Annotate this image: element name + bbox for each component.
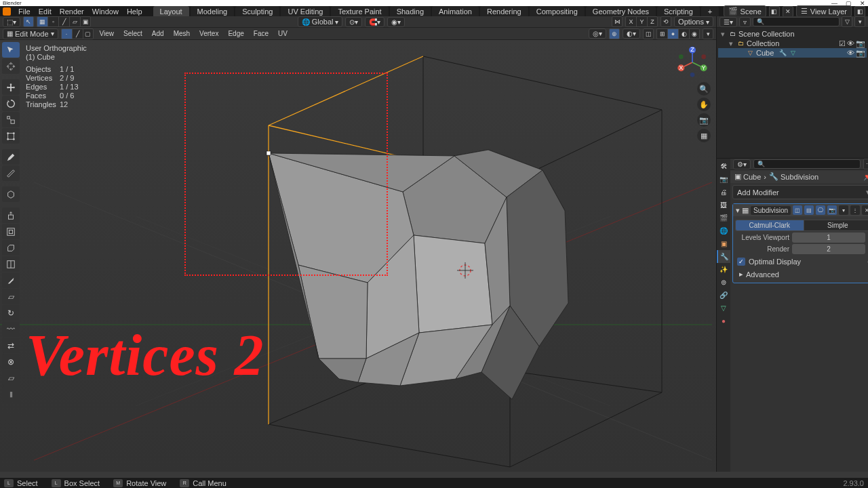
tool-rotate[interactable] — [2, 96, 20, 111]
tab-modeling[interactable]: Modeling — [191, 6, 235, 17]
exclude-checkbox-icon[interactable]: ☑ — [839, 39, 846, 48]
tool-edge-slide[interactable]: ⇄ — [2, 338, 20, 353]
ptab-modifier[interactable]: 🔧 — [717, 250, 730, 263]
wireframe-shading-button[interactable]: ⊞ — [656, 28, 667, 39]
expand-icon[interactable]: ▾ — [736, 206, 740, 215]
scene-delete-button[interactable]: ✕ — [783, 6, 793, 17]
menu-uv[interactable]: UV — [275, 28, 291, 39]
outliner-item-cube[interactable]: Cube — [756, 49, 774, 57]
tab-uv-editing[interactable]: UV Editing — [281, 6, 330, 17]
matprev-shading-button[interactable]: ◐ — [678, 28, 689, 39]
cursor-tool-icon[interactable]: ↖ — [23, 16, 34, 27]
outliner-display-button[interactable]: ▿ — [739, 17, 751, 27]
viewlayer-selector[interactable]: ☰View Layer — [796, 5, 852, 17]
tool-rip[interactable]: ⦀ — [2, 386, 20, 402]
ptab-mesh[interactable]: ▽ — [717, 302, 730, 314]
outliner-new-collection-button[interactable]: ▾ — [854, 16, 865, 27]
snap-face-icon[interactable]: ▱ — [69, 16, 80, 27]
mod-extras-button[interactable]: ▾ — [839, 205, 848, 215]
mod-render-button[interactable]: 📷 — [827, 205, 837, 215]
scene-selector[interactable]: 🎬Scene — [724, 5, 766, 17]
ptab-world[interactable]: 🌐 — [717, 224, 730, 237]
tool-measure[interactable] — [2, 165, 20, 181]
tool-select-box[interactable] — [2, 42, 20, 58]
tool-add-cube[interactable] — [2, 186, 20, 202]
levels-render-field[interactable]: 2 — [792, 244, 865, 254]
props-search[interactable]: 🔍 — [753, 159, 861, 169]
snap-volume-icon[interactable]: ▣ — [80, 16, 91, 27]
gizmo-toggle-button[interactable]: ⊕ — [609, 28, 620, 39]
optimal-display-checkbox[interactable]: ✓ — [737, 258, 745, 266]
menu-help[interactable]: Help — [123, 7, 146, 16]
snap-vertex-icon[interactable]: ◦ — [47, 16, 58, 27]
modifier-name-field[interactable]: Subdivision — [751, 206, 791, 215]
tool-knife[interactable] — [2, 272, 20, 288]
ptab-physics[interactable]: ⊚ — [717, 276, 730, 289]
tab-animation[interactable]: Animation — [432, 6, 479, 17]
ptab-tool[interactable]: 🛠 — [717, 160, 730, 173]
tool-bevel[interactable] — [2, 240, 20, 256]
snap-edge-icon[interactable]: ╱ — [58, 16, 69, 27]
tool-inset[interactable] — [2, 224, 20, 239]
ptab-viewlayer[interactable]: 🖼 — [717, 199, 730, 211]
zoom-button[interactable]: 🔍 — [697, 82, 711, 96]
ptab-material[interactable]: ● — [717, 314, 730, 327]
props-editor-type-button[interactable]: ⚙▾ — [733, 159, 751, 169]
z-mirror-button[interactable]: Z — [647, 16, 658, 27]
menu-select[interactable]: Select — [120, 28, 146, 39]
render-icon[interactable]: 📷 — [856, 39, 865, 48]
perspective-toggle-button[interactable]: ▦ — [697, 129, 711, 142]
menu-window[interactable]: Window — [89, 7, 122, 16]
proportional-edit-button[interactable]: ◉▾ — [387, 17, 405, 27]
viewlayer-new-button[interactable]: ◧ — [854, 6, 865, 17]
tool-spin[interactable]: ↻ — [2, 305, 20, 321]
menu-mesh[interactable]: Mesh — [170, 28, 193, 39]
viewport-3d[interactable]: ▱ ↻ 〰 ⇄ ⊗ ▱ ⦀ User Orthographic (1) Cube… — [0, 40, 716, 472]
mod-realtime-button[interactable]: 🖵 — [816, 205, 825, 215]
overlays-dropdown[interactable]: ◐▾ — [623, 28, 640, 39]
tab-layout[interactable]: Layout — [153, 6, 189, 17]
pivot-point-button[interactable]: ⊙▾ — [345, 17, 362, 27]
tool-scale[interactable] — [2, 112, 20, 127]
solid-shading-button[interactable]: ● — [667, 28, 678, 39]
tab-shading[interactable]: Shading — [390, 6, 431, 17]
visibility-dropdown[interactable]: ◎▾ — [589, 28, 606, 39]
edge-select-button[interactable]: ╱ — [72, 28, 83, 39]
scene-new-button[interactable]: ◧ — [769, 6, 780, 17]
tool-extrude[interactable] — [2, 207, 20, 223]
shading-dropdown-button[interactable]: ▾ — [703, 28, 713, 39]
outliner-mode-button[interactable]: ☰▾ — [719, 17, 737, 27]
pin-icon[interactable]: 📌 — [863, 172, 868, 181]
mod-apply-dropdown[interactable]: ⋮ — [850, 205, 860, 215]
menu-vertex[interactable]: Vertex — [196, 28, 222, 39]
face-select-button[interactable]: ▢ — [83, 28, 94, 39]
tool-shrink[interactable]: ⊗ — [2, 354, 20, 369]
rendered-shading-button[interactable]: ◉ — [689, 28, 700, 39]
camera-view-button[interactable]: 📷 — [697, 113, 711, 127]
add-modifier-button[interactable]: Add Modifier▾ — [732, 185, 868, 199]
tool-annotate[interactable] — [2, 149, 20, 165]
simple-button[interactable]: Simple — [804, 220, 868, 231]
menu-view[interactable]: View — [96, 28, 118, 39]
tab-texture-paint[interactable]: Texture Paint — [331, 6, 388, 17]
blender-logo-icon[interactable] — [3, 7, 11, 16]
xray-toggle-button[interactable]: ◫ — [643, 28, 654, 39]
advanced-toggle[interactable]: ▸Advanced — [735, 268, 868, 281]
snap-increment-icon[interactable]: ▦ — [37, 16, 47, 27]
catmull-clark-button[interactable]: Catmull-Clark — [735, 220, 804, 231]
mode-selector[interactable]: ▦ Edit Mode ▾ — [3, 28, 58, 39]
outliner-search[interactable]: 🔍 — [753, 17, 840, 26]
menu-face[interactable]: Face — [250, 28, 272, 39]
topology-mirror-icon[interactable]: ⟲ — [660, 16, 671, 27]
mod-on-cage-button[interactable]: ◫ — [793, 205, 802, 215]
tab-sculpting[interactable]: Sculpting — [235, 6, 279, 17]
ptab-object[interactable]: ▣ — [717, 237, 730, 250]
menu-edge[interactable]: Edge — [224, 28, 247, 39]
tool-smooth[interactable]: 〰 — [2, 321, 20, 337]
visibility-icon[interactable]: 👁 — [847, 49, 854, 58]
tool-transform[interactable] — [2, 128, 20, 144]
ptab-output[interactable]: 🖨 — [717, 186, 730, 199]
menu-render[interactable]: Render — [56, 7, 87, 16]
tab-scripting[interactable]: Scripting — [657, 6, 700, 17]
render-icon[interactable]: 📷 — [856, 49, 865, 58]
